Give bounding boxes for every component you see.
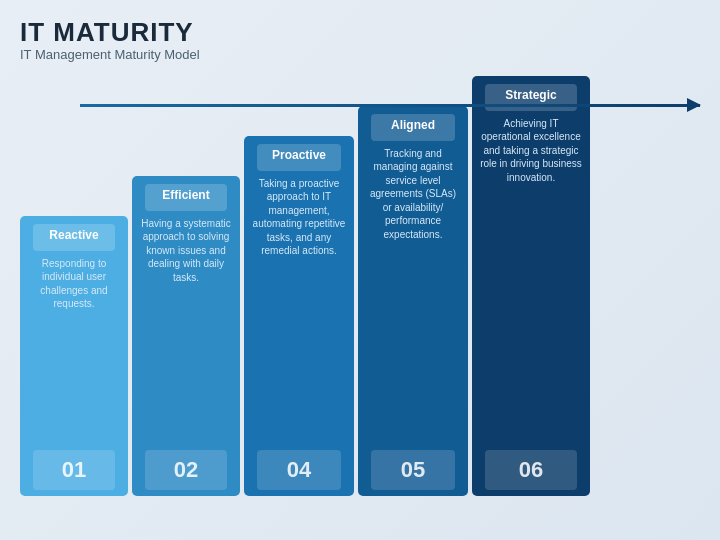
step-number-box-5: 06	[485, 450, 577, 490]
step-card-2: Efficient Having a systematic approach t…	[132, 176, 240, 496]
arrow-line	[80, 104, 700, 107]
step-aligned: Aligned Tracking and managing against se…	[358, 106, 468, 496]
step-title-box-3: Proactive	[257, 144, 342, 171]
step-efficient: Efficient Having a systematic approach t…	[132, 176, 240, 496]
step-strategic: Strategic Achieving IT operational excel…	[472, 76, 590, 496]
step-reactive: Reactive Responding to individual user c…	[20, 216, 128, 496]
step-title-box-4: Aligned	[371, 114, 456, 141]
step-desc-4: Tracking and managing against service le…	[366, 147, 460, 444]
step-number-box-4: 05	[371, 450, 456, 490]
step-number-box-3: 04	[257, 450, 342, 490]
step-title-box-2: Efficient	[145, 184, 228, 211]
step-number-2: 02	[145, 453, 228, 487]
step-number-box-2: 02	[145, 450, 228, 490]
step-card-4: Aligned Tracking and managing against se…	[358, 106, 468, 496]
step-title-box-1: Reactive	[33, 224, 116, 251]
step-card-5: Strategic Achieving IT operational excel…	[472, 76, 590, 496]
step-title-4: Aligned	[379, 118, 448, 132]
step-title-2: Efficient	[153, 188, 220, 202]
step-desc-3: Taking a proactive approach to IT manage…	[252, 177, 346, 444]
step-proactive: Proactive Taking a proactive approach to…	[244, 136, 354, 496]
step-number-4: 05	[371, 453, 456, 487]
step-desc-2: Having a systematic approach to solving …	[140, 217, 232, 444]
step-title-1: Reactive	[41, 228, 108, 242]
page-title: IT MATURITY	[20, 18, 700, 47]
step-card-1: Reactive Responding to individual user c…	[20, 216, 128, 496]
staircase-diagram: Reactive Responding to individual user c…	[20, 76, 700, 496]
step-number-5: 06	[485, 453, 577, 487]
step-card-3: Proactive Taking a proactive approach to…	[244, 136, 354, 496]
step-number-1: 01	[33, 453, 116, 487]
step-title-5: Strategic	[493, 88, 569, 102]
page-container: IT MATURITY IT Management Maturity Model…	[0, 0, 720, 540]
step-title-box-5: Strategic	[485, 84, 577, 111]
step-number-3: 04	[257, 453, 342, 487]
page-subtitle: IT Management Maturity Model	[20, 47, 700, 62]
step-desc-1: Responding to individual user challenges…	[28, 257, 120, 444]
step-title-3: Proactive	[265, 148, 334, 162]
step-number-box-1: 01	[33, 450, 116, 490]
step-desc-5: Achieving IT operational excellence and …	[480, 117, 582, 444]
